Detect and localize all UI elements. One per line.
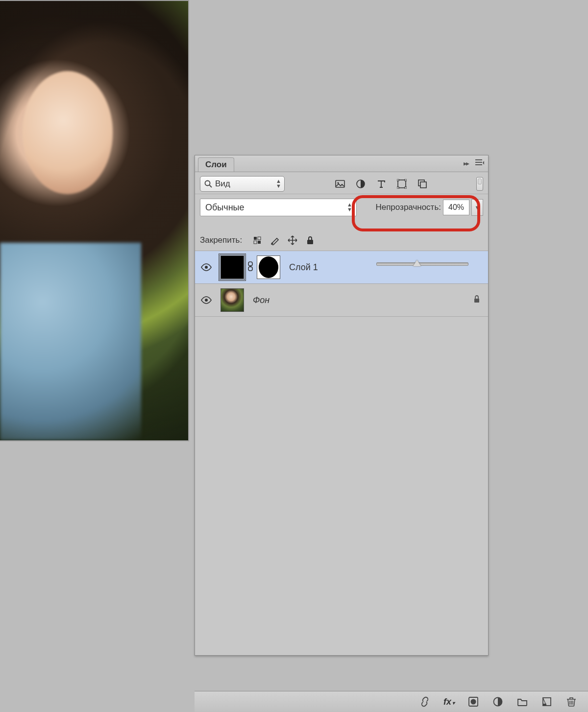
- svg-rect-11: [420, 182, 426, 188]
- blend-mode-select[interactable]: Обычные ▲▼: [200, 199, 357, 216]
- svg-rect-16: [307, 240, 313, 244]
- layers-bottom-bar: fx▾: [195, 691, 588, 712]
- svg-rect-6: [397, 179, 399, 181]
- layer-name-label[interactable]: Фон: [253, 295, 270, 305]
- layer-thumbnail[interactable]: [220, 255, 244, 279]
- filter-kind-label: Вид: [215, 179, 230, 189]
- blend-mode-value: Обычные: [205, 203, 245, 213]
- svg-rect-12: [254, 237, 257, 240]
- search-icon: [204, 180, 212, 188]
- svg-rect-19: [248, 267, 252, 271]
- opacity-field[interactable]: 40%: [443, 200, 469, 215]
- svg-rect-2: [336, 180, 344, 187]
- link-layers-icon[interactable]: [419, 696, 431, 708]
- svg-point-21: [205, 299, 208, 302]
- add-adjustment-icon[interactable]: [492, 696, 504, 708]
- visibility-toggle-icon[interactable]: [200, 263, 213, 271]
- lock-position-icon[interactable]: [287, 235, 298, 246]
- lock-label: Закрепить:: [200, 235, 242, 245]
- visibility-toggle-icon[interactable]: [200, 296, 213, 304]
- layer-list: Слой 1 Фон: [195, 251, 488, 655]
- svg-rect-8: [397, 187, 399, 189]
- panel-tabbar: Слои ▸▸: [195, 155, 488, 172]
- layers-tab[interactable]: Слои: [198, 157, 234, 172]
- svg-rect-7: [405, 179, 407, 181]
- filter-kind-select[interactable]: Вид ▲▼: [200, 176, 285, 192]
- canvas-area[interactable]: [0, 0, 189, 655]
- svg-rect-9: [405, 187, 407, 189]
- new-group-icon[interactable]: [516, 696, 528, 708]
- filter-toggle-switch[interactable]: [476, 177, 483, 191]
- filter-smartobject-icon[interactable]: [417, 178, 428, 189]
- layer-effects-icon[interactable]: fx▾: [443, 697, 455, 707]
- add-mask-icon[interactable]: [467, 696, 479, 708]
- panel-menu-icon[interactable]: [475, 158, 484, 165]
- new-layer-icon[interactable]: [541, 696, 553, 708]
- document-image[interactable]: [0, 0, 189, 441]
- svg-rect-15: [258, 241, 261, 244]
- svg-line-1: [210, 185, 212, 188]
- svg-rect-14: [254, 241, 257, 244]
- lock-all-icon[interactable]: [305, 235, 316, 246]
- opacity-label: Непрозрачность:: [375, 203, 441, 212]
- filter-shape-icon[interactable]: [396, 178, 407, 189]
- blend-opacity-row: Обычные ▲▼ Непрозрачность: 40% ▼: [195, 194, 488, 219]
- layer-thumbnail[interactable]: [220, 288, 244, 312]
- delete-layer-icon[interactable]: [565, 696, 577, 708]
- filter-adjustment-icon[interactable]: [355, 178, 366, 189]
- svg-rect-18: [248, 262, 252, 266]
- svg-rect-22: [474, 299, 479, 303]
- lock-row: Закрепить:: [195, 232, 488, 251]
- layer-lock-icon[interactable]: [473, 295, 480, 305]
- svg-rect-13: [258, 237, 261, 240]
- layers-panel: Слои ▸▸ Вид ▲▼: [195, 155, 489, 656]
- opacity-dropdown-toggle[interactable]: ▼: [471, 199, 483, 216]
- lock-transparent-icon[interactable]: [252, 235, 263, 246]
- svg-point-0: [205, 181, 210, 186]
- opacity-slider[interactable]: [376, 259, 468, 269]
- panel-collapse-icon[interactable]: ▸▸: [464, 159, 468, 167]
- filter-pixel-icon[interactable]: [335, 178, 345, 189]
- layer-filter-row: Вид ▲▼: [195, 172, 488, 194]
- layer-row[interactable]: Фон: [195, 284, 488, 317]
- svg-rect-27: [543, 704, 546, 706]
- svg-point-24: [471, 699, 476, 705]
- opacity-slider-thumb[interactable]: [413, 260, 421, 266]
- lock-pixels-icon[interactable]: [270, 235, 280, 246]
- svg-point-17: [205, 266, 208, 269]
- filter-type-icon[interactable]: [376, 178, 387, 189]
- layer-name-label[interactable]: Слой 1: [289, 262, 318, 273]
- mask-link-icon[interactable]: [247, 261, 254, 274]
- layer-mask-thumbnail[interactable]: [257, 255, 280, 279]
